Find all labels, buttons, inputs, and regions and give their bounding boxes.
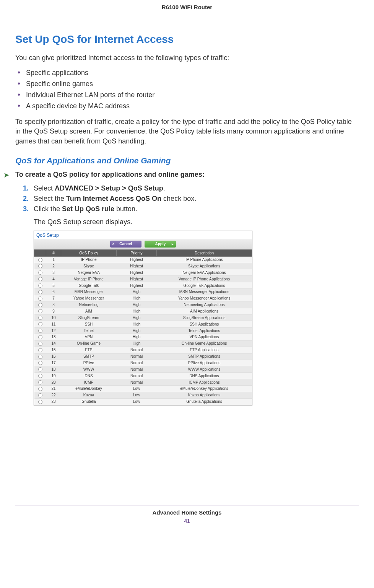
radio-icon[interactable] <box>38 361 42 365</box>
row-num: 19 <box>46 373 61 379</box>
row-description: Vonage IP Phone Applications <box>157 276 252 282</box>
table-row: 8NetmeetingHighNetmeeting Applications <box>34 301 252 308</box>
row-priority: Normal <box>117 347 157 353</box>
row-description: Skype Applications <box>157 263 252 269</box>
cancel-button[interactable]: × Cancel <box>110 241 141 248</box>
table-row: 21eMule/eDonkeyLoweMule/eDonkey Applicat… <box>34 385 252 392</box>
row-priority: High <box>117 340 157 347</box>
table-row: 12TelnetHighTelnet Applications <box>34 327 252 334</box>
radio-icon[interactable] <box>38 329 42 333</box>
radio-icon[interactable] <box>38 367 42 371</box>
row-priority: Normal <box>117 353 157 360</box>
row-priority: High <box>117 327 157 334</box>
table-row: 5Google TalkHighestGoogle Talk Applicati… <box>34 282 252 289</box>
row-radio-cell <box>34 263 46 269</box>
row-description: On-line Game Applications <box>157 340 252 347</box>
table-header-description: Description <box>157 249 252 256</box>
row-policy: WWW <box>61 366 117 373</box>
row-radio-cell <box>34 360 46 366</box>
row-policy: Gnutella <box>61 398 117 405</box>
row-priority: Low <box>117 385 157 392</box>
qos-policy-table: # QoS Policy Priority Description 1IP Ph… <box>34 249 252 405</box>
radio-icon[interactable] <box>38 342 42 346</box>
step-item: Select ADVANCED > Setup > QoS Setup. <box>23 183 359 194</box>
radio-icon[interactable] <box>38 316 42 320</box>
traffic-type-list: Specific applications Specific online ga… <box>15 67 359 112</box>
radio-icon[interactable] <box>38 374 42 378</box>
apply-button[interactable]: Apply ▸ <box>145 241 176 248</box>
table-header-policy: QoS Policy <box>61 249 117 256</box>
row-priority: Low <box>117 398 157 405</box>
radio-icon[interactable] <box>38 303 42 307</box>
radio-icon[interactable] <box>38 258 42 262</box>
row-radio-cell <box>34 366 46 373</box>
row-description: PPlive Applications <box>157 360 252 366</box>
radio-icon[interactable] <box>38 380 42 384</box>
table-row: 7Yahoo MessengerHighYahoo Messenger Appl… <box>34 295 252 301</box>
radio-icon[interactable] <box>38 322 42 326</box>
row-policy: Netmeeting <box>61 301 117 308</box>
row-radio-cell <box>34 398 46 405</box>
row-policy: VPN <box>61 334 117 340</box>
row-priority: Highest <box>117 256 157 263</box>
radio-icon[interactable] <box>38 296 42 301</box>
procedure-arrow-icon: ➤ <box>4 171 9 179</box>
radio-icon[interactable] <box>38 264 42 268</box>
row-radio-cell <box>34 321 46 327</box>
row-radio-cell <box>34 327 46 334</box>
row-priority: Highest <box>117 269 157 276</box>
row-policy: ICMP <box>61 379 117 386</box>
row-num: 20 <box>46 379 61 386</box>
procedure-heading-text: To create a QoS policy for applications … <box>15 171 205 178</box>
row-radio-cell <box>34 385 46 392</box>
table-row: 2SkypeHighestSkype Applications <box>34 263 252 269</box>
radio-icon[interactable] <box>38 400 42 404</box>
row-priority: Highest <box>117 282 157 289</box>
radio-icon[interactable] <box>38 270 42 275</box>
row-radio-cell <box>34 379 46 386</box>
row-num: 9 <box>46 308 61 314</box>
radio-icon[interactable] <box>38 335 42 339</box>
row-description: Kazaa Applications <box>157 392 252 398</box>
radio-icon[interactable] <box>38 355 42 359</box>
row-description: IP Phone Applications <box>157 256 252 263</box>
row-num: 2 <box>46 263 61 269</box>
radio-icon[interactable] <box>38 387 42 391</box>
row-num: 17 <box>46 360 61 366</box>
row-description: Google Talk Applications <box>157 282 252 289</box>
row-description: VPN Applications <box>157 334 252 340</box>
row-radio-cell <box>34 340 46 347</box>
qos-setup-screenshot: QoS Setup × Cancel Apply ▸ # QoS Policy … <box>34 231 252 406</box>
step-bold: ADVANCED > Setup > QoS Setup <box>55 184 163 192</box>
step-item: Select the Turn Internet Access QoS On c… <box>23 194 359 204</box>
row-num: 21 <box>46 385 61 392</box>
row-num: 3 <box>46 269 61 276</box>
radio-icon[interactable] <box>38 277 42 281</box>
row-policy: IP Phone <box>61 256 117 263</box>
list-item: Specific applications <box>15 67 359 78</box>
row-num: 4 <box>46 276 61 282</box>
row-priority: Normal <box>117 379 157 386</box>
page-footer: Advanced Home Settings 41 <box>15 505 359 524</box>
row-policy: Vonage IP Phone <box>61 276 117 282</box>
row-radio-cell <box>34 289 46 295</box>
row-priority: High <box>117 334 157 340</box>
row-radio-cell <box>34 353 46 360</box>
radio-icon[interactable] <box>38 348 42 352</box>
row-policy: DNS <box>61 373 117 379</box>
radio-icon[interactable] <box>38 393 42 397</box>
table-row: 14On-line GameHighOn-line Game Applicati… <box>34 340 252 347</box>
radio-icon[interactable] <box>38 309 42 313</box>
row-radio-cell <box>34 276 46 282</box>
radio-icon[interactable] <box>38 290 42 294</box>
table-row: 4Vonage IP PhoneHighestVonage IP Phone A… <box>34 276 252 282</box>
row-priority: Normal <box>117 373 157 379</box>
table-row: 13VPNHighVPN Applications <box>34 334 252 340</box>
table-header-num: # <box>46 249 61 256</box>
table-row: 18WWWNormalWWW Applications <box>34 366 252 373</box>
row-description: SSH Applications <box>157 321 252 327</box>
row-description: Netgear EVA Applications <box>157 269 252 276</box>
row-description: DNS Applications <box>157 373 252 379</box>
radio-icon[interactable] <box>38 283 42 288</box>
row-num: 7 <box>46 295 61 301</box>
